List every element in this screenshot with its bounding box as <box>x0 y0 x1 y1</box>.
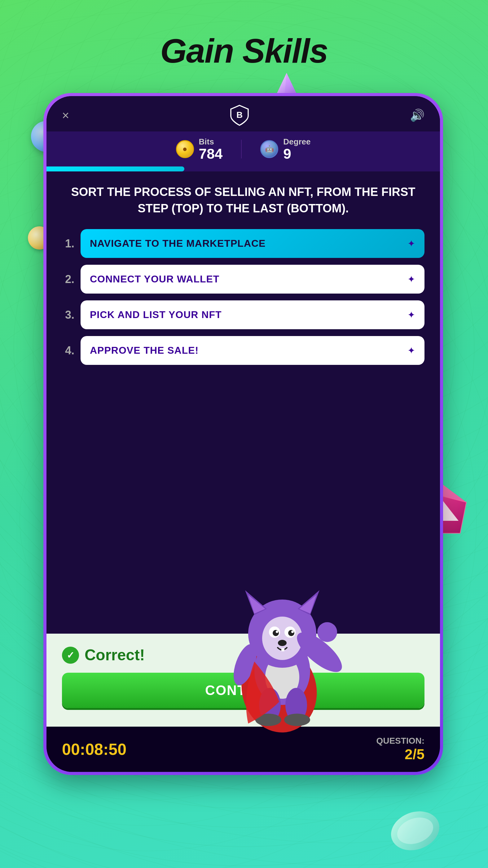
degree-label: Degree <box>283 137 311 147</box>
svg-point-21 <box>273 630 279 636</box>
stats-bar: ● Bits 784 🤖 Degree 9 <box>46 131 440 166</box>
svg-point-18 <box>262 617 302 660</box>
degree-value: 9 <box>283 147 311 161</box>
svg-point-22 <box>288 630 294 636</box>
timer: 00:08:50 <box>62 740 126 758</box>
answer-number-3: 3. <box>62 308 74 321</box>
progress-bar <box>46 166 440 172</box>
svg-text:B: B <box>236 110 242 120</box>
result-area: ✓ Correct! CONTINUE <box>46 633 440 726</box>
page-title: Gain Skills <box>0 0 488 70</box>
deco-crystal <box>377 763 454 856</box>
degree-icon: 🤖 <box>260 140 278 158</box>
svg-point-33 <box>284 714 310 726</box>
svg-point-24 <box>291 630 294 633</box>
answer-number-1: 1. <box>62 237 74 250</box>
bits-stat: ● Bits 784 <box>176 137 223 161</box>
answer-btn-2[interactable]: CONNECT YOUR WALLET ✦ <box>80 265 424 293</box>
dog-mascot <box>217 578 347 733</box>
answer-label-4: APPROVE THE SALE! <box>90 345 199 356</box>
phone-screen: × B 🔊 ● Bits 784 <box>46 96 440 772</box>
svg-point-23 <box>276 630 278 633</box>
svg-point-28 <box>317 622 337 642</box>
answer-label-1: NAVIGATE TO THE MARKETPLACE <box>90 238 265 249</box>
answer-btn-1[interactable]: NAVIGATE TO THE MARKETPLACE ✦ <box>80 229 424 258</box>
answer-label-3: PICK AND LIST YOUR NFT <box>90 309 222 320</box>
question-number: 2/5 <box>376 746 424 763</box>
answer-btn-3[interactable]: PICK AND LIST YOUR NFT ✦ <box>80 300 424 329</box>
drag-icon-3: ✦ <box>408 309 415 320</box>
answer-number-4: 4. <box>62 344 74 357</box>
bits-label: Bits <box>199 137 223 147</box>
bits-value: 784 <box>199 147 223 161</box>
coin-icon: ● <box>176 140 194 158</box>
question-counter: QUESTION: 2/5 <box>376 736 424 763</box>
drag-icon-2: ✦ <box>408 274 415 285</box>
answer-row-3: 3. PICK AND LIST YOUR NFT ✦ <box>62 300 424 329</box>
degree-stat: 🤖 Degree 9 <box>260 137 311 161</box>
answer-btn-4[interactable]: APPROVE THE SALE! ✦ <box>80 336 424 365</box>
bottom-bar: 00:08:50 QUESTION: 2/5 <box>46 726 440 772</box>
answers-area: 1. NAVIGATE TO THE MARKETPLACE ✦ 2. CONN… <box>46 226 440 633</box>
svg-rect-26 <box>281 648 285 651</box>
app-logo: B <box>230 105 249 126</box>
svg-point-25 <box>278 640 287 646</box>
drag-icon-1: ✦ <box>408 238 415 249</box>
drag-icon-4: ✦ <box>408 345 415 356</box>
answer-row-4: 4. APPROVE THE SALE! ✦ <box>62 336 424 365</box>
answer-number-2: 2. <box>62 273 74 286</box>
check-circle-icon: ✓ <box>62 647 79 664</box>
correct-text: Correct! <box>85 646 145 664</box>
top-bar: × B 🔊 <box>46 96 440 131</box>
question-text: SORT THE PROCESS OF SELLING AN NFT, FROM… <box>62 184 424 217</box>
phone-container: × B 🔊 ● Bits 784 <box>43 93 443 775</box>
answer-row-1: 1. NAVIGATE TO THE MARKETPLACE ✦ <box>62 229 424 258</box>
progress-fill <box>46 166 184 172</box>
phone-border: × B 🔊 ● Bits 784 <box>43 93 443 775</box>
sound-button[interactable]: 🔊 <box>410 108 424 122</box>
question-area: SORT THE PROCESS OF SELLING AN NFT, FROM… <box>46 172 440 226</box>
answer-label-2: CONNECT YOUR WALLET <box>90 273 219 285</box>
answer-row-2: 2. CONNECT YOUR WALLET ✦ <box>62 265 424 293</box>
close-button[interactable]: × <box>62 108 69 122</box>
question-label: QUESTION: <box>376 736 424 746</box>
